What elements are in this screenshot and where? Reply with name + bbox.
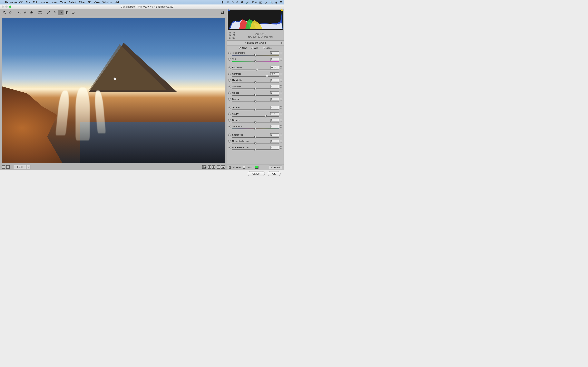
temperature-minus-button[interactable]: − [228, 52, 231, 54]
siri-icon[interactable]: ◉ [275, 1, 277, 4]
menu-type[interactable]: Type [60, 1, 66, 4]
texture-slider[interactable] [232, 109, 279, 110]
clock-icon[interactable]: ◷ [265, 1, 267, 4]
filmstrip-collapse-button[interactable]: − [2, 165, 5, 169]
timemachine-icon[interactable]: ↻ [232, 1, 234, 4]
exposure-plus-button[interactable]: + [280, 66, 282, 69]
moire-slider[interactable] [232, 150, 279, 150]
overlay-checkbox[interactable]: ✓ [229, 166, 231, 169]
menu-filter[interactable]: Filter [79, 1, 85, 4]
blacks-value[interactable]: 0 [270, 98, 279, 101]
sharpness-plus-button[interactable]: + [280, 133, 282, 136]
zoom-level[interactable]: 40.6% [14, 165, 26, 169]
mode-add[interactable]: Add [251, 47, 258, 49]
contrast-thumb[interactable] [266, 75, 268, 77]
clarity-thumb[interactable] [265, 115, 267, 117]
transform-tool[interactable] [37, 10, 43, 15]
targeted-adjustment-tool[interactable] [29, 10, 34, 15]
toggle-fullscreen-button[interactable] [220, 10, 225, 15]
saturation-value[interactable]: 0 [270, 125, 279, 128]
graduated-filter-tool[interactable] [64, 10, 70, 15]
window-zoom-button[interactable] [9, 6, 11, 8]
noise-slider[interactable] [232, 143, 279, 144]
toggle-settings-button[interactable]: ⇄ [217, 165, 220, 169]
moire-plus-button[interactable]: + [280, 146, 282, 149]
highlights-plus-button[interactable]: + [280, 79, 282, 82]
mask-checkbox[interactable] [243, 166, 245, 169]
hand-tool[interactable] [8, 10, 13, 15]
dehaze-thumb[interactable] [254, 121, 256, 124]
before-after-button[interactable]: Y◢ [202, 165, 207, 169]
image-preview[interactable] [2, 18, 225, 163]
sharpness-minus-button[interactable]: − [228, 133, 231, 136]
contrast-minus-button[interactable]: − [228, 73, 231, 75]
move-icon[interactable]: ✥ [236, 1, 238, 4]
whites-value[interactable]: 0 [270, 91, 279, 94]
exposure-thumb[interactable] [256, 69, 258, 71]
highlights-thumb[interactable] [254, 81, 256, 84]
noise-value[interactable]: 0 [270, 140, 279, 143]
texture-minus-button[interactable]: − [228, 106, 231, 109]
sharpness-value[interactable]: 0 [270, 133, 279, 136]
exposure-slider[interactable] [232, 69, 279, 70]
whites-slider[interactable] [232, 95, 279, 96]
mode-erase[interactable]: Erase [263, 47, 272, 49]
window-close-button[interactable] [2, 6, 4, 8]
moire-minus-button[interactable]: − [228, 146, 231, 149]
shield-icon[interactable]: ⛨ [221, 1, 224, 4]
whites-thumb[interactable] [254, 94, 256, 96]
saturation-plus-button[interactable]: + [280, 125, 282, 128]
color-sampler-tool[interactable] [23, 10, 28, 15]
white-balance-tool[interactable] [17, 10, 22, 15]
noise-thumb[interactable] [254, 142, 256, 145]
volume-icon[interactable]: 🔊 [246, 1, 249, 4]
shadows-minus-button[interactable]: − [228, 85, 231, 88]
exposure-minus-button[interactable]: − [228, 66, 231, 69]
moire-value[interactable]: 0 [270, 146, 279, 149]
histogram[interactable] [228, 10, 283, 30]
battery-icon[interactable]: ▮▯ [259, 1, 262, 4]
clear-all-button[interactable]: Clear All [269, 166, 282, 169]
clarity-minus-button[interactable]: − [228, 113, 231, 115]
mode-new[interactable]: New [239, 47, 247, 49]
noise-minus-button[interactable]: − [228, 140, 231, 142]
notifications-icon[interactable]: ☰ [280, 1, 282, 4]
red-eye-tool[interactable] [52, 10, 57, 15]
whites-plus-button[interactable]: + [280, 92, 282, 94]
cancel-button[interactable]: Cancel [248, 171, 265, 176]
moire-thumb[interactable] [254, 149, 256, 151]
temperature-slider[interactable] [232, 55, 279, 56]
wifi-icon[interactable]: ⚉ [241, 1, 243, 4]
texture-plus-button[interactable]: + [280, 106, 282, 109]
highlights-minus-button[interactable]: − [228, 79, 231, 82]
menu-file[interactable]: File [26, 1, 30, 4]
shadows-plus-button[interactable]: + [280, 85, 282, 88]
blacks-plus-button[interactable]: + [280, 98, 282, 100]
saturation-thumb[interactable] [254, 128, 256, 130]
swap-before-after-button[interactable]: ⇅ [208, 165, 211, 169]
temperature-plus-button[interactable]: + [280, 52, 282, 54]
copy-settings-button[interactable]: ⇊ [212, 165, 215, 169]
clarity-plus-button[interactable]: + [280, 113, 282, 115]
menu-window[interactable]: Window [103, 1, 112, 4]
noise-plus-button[interactable]: + [280, 140, 282, 142]
shadows-thumb[interactable] [254, 88, 256, 90]
menu-select[interactable]: Select [69, 1, 76, 4]
adjustment-brush-tool[interactable] [58, 10, 63, 15]
highlights-value[interactable]: 0 [270, 79, 279, 82]
sharpness-thumb[interactable] [254, 136, 256, 138]
saturation-minus-button[interactable]: − [228, 125, 231, 128]
shadows-slider[interactable] [232, 89, 279, 89]
zoom-tool[interactable] [2, 10, 7, 15]
menu-image[interactable]: Image [40, 1, 48, 4]
tint-thumb[interactable] [254, 60, 256, 63]
tint-slider[interactable] [232, 61, 279, 62]
tint-minus-button[interactable]: − [228, 58, 231, 60]
tint-value[interactable]: 0 [270, 58, 279, 61]
saturation-slider[interactable] [232, 128, 279, 129]
shadows-value[interactable]: 0 [270, 85, 279, 88]
texture-value[interactable]: 0 [270, 106, 279, 109]
menu-view[interactable]: View [94, 1, 100, 4]
dehaze-value[interactable]: 0 [270, 119, 279, 122]
menu-app[interactable]: Photoshop CC [4, 1, 23, 4]
